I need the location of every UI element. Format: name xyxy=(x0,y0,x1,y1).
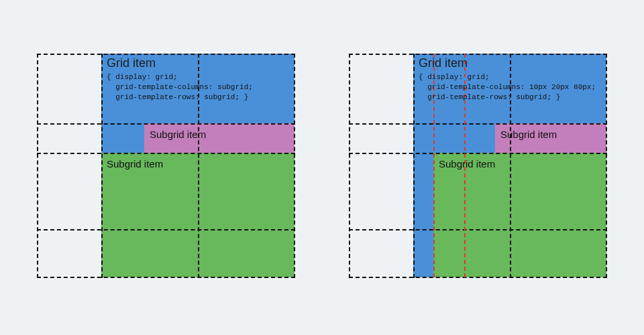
grid-item-title: Grid item xyxy=(107,56,156,70)
diagram-left: Grid item { display: grid; grid-template… xyxy=(37,54,295,278)
outer-row-line-2 xyxy=(37,153,295,154)
grid-item-code: { display: grid; grid-template-columns: … xyxy=(419,72,596,103)
subgrid-label-1: Subgrid item xyxy=(150,129,206,140)
outer-row-line-3 xyxy=(37,229,295,230)
outer-row-line-1 xyxy=(37,123,295,125)
outer-row-line-1 xyxy=(349,123,607,125)
subgrid-label-2: Subgrid item xyxy=(107,158,163,170)
outer-col-line-1 xyxy=(413,54,415,278)
outer-row-line-2 xyxy=(349,153,607,154)
outer-row-line-3 xyxy=(349,229,607,230)
diagram-right: Grid item { display: grid; grid-template… xyxy=(349,54,607,278)
grid-item-code: { display: grid; grid-template-columns: … xyxy=(107,72,253,103)
grid-item-title: Grid item xyxy=(419,56,468,70)
subgrid-label-2: Subgrid item xyxy=(439,158,495,170)
outer-col-line-1 xyxy=(101,54,103,278)
subgrid-label-1: Subgrid item xyxy=(500,129,557,140)
